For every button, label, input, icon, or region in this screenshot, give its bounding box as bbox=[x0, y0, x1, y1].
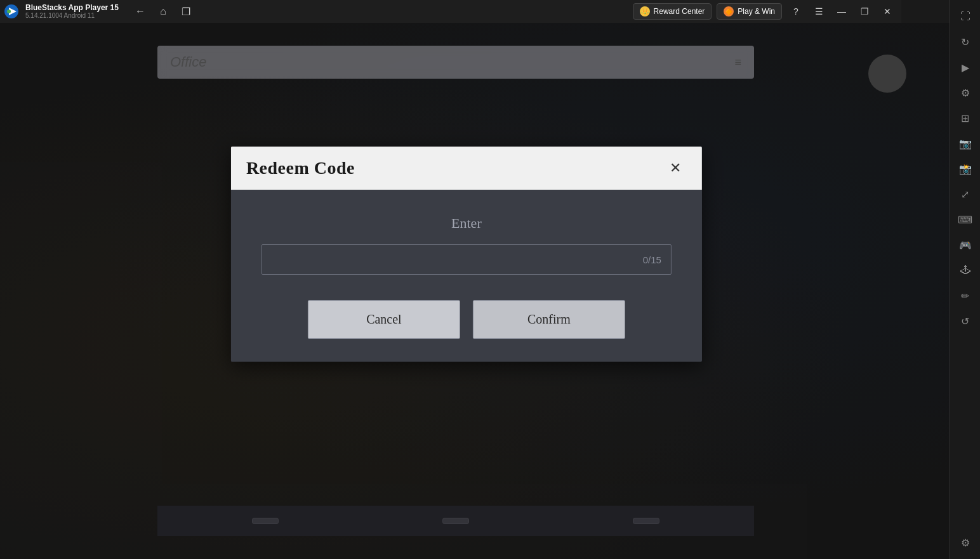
dialog-buttons: Cancel Confirm bbox=[262, 300, 672, 339]
back-button[interactable]: ← bbox=[131, 3, 149, 20]
maximize-button[interactable]: ❐ bbox=[856, 3, 873, 20]
dialog-input-wrapper: 0/15 bbox=[262, 244, 672, 275]
eraser-icon[interactable]: ✏ bbox=[954, 284, 977, 307]
app-info: BlueStacks App Player 15 5.14.21.1004 An… bbox=[25, 3, 119, 20]
confirm-button[interactable]: Confirm bbox=[473, 300, 625, 339]
rotate-icon[interactable]: ↻ bbox=[954, 30, 977, 53]
dialog-body: Enter 0/15 Cancel Confirm bbox=[231, 190, 702, 362]
dialog-title: Redeem Code bbox=[246, 158, 355, 178]
titlebar: BlueStacks App Player 15 5.14.21.1004 An… bbox=[0, 0, 901, 23]
titlebar-nav: ← ⌂ ❐ bbox=[131, 3, 195, 20]
joystick-icon[interactable]: 🕹 bbox=[954, 259, 977, 282]
minimize-button[interactable]: — bbox=[833, 3, 851, 20]
dialog-enter-label: Enter bbox=[262, 215, 672, 232]
app-name: BlueStacks App Player 15 bbox=[25, 3, 119, 12]
camera-icon[interactable]: 📷 bbox=[954, 132, 977, 155]
play-win-label: Play & Win bbox=[738, 7, 775, 16]
svg-point-2 bbox=[7, 10, 11, 13]
video-icon[interactable]: ▶ bbox=[954, 56, 977, 79]
titlebar-right: 👑 Reward Center 🔶 Play & Win ? ☰ — ❐ ✕ bbox=[633, 3, 896, 20]
keyboard-icon[interactable]: ⌨ bbox=[954, 208, 977, 231]
reward-center-label: Reward Center bbox=[654, 7, 705, 16]
redeem-code-dialog: Redeem Code ✕ Enter 0/15 Cancel Confirm bbox=[231, 147, 702, 362]
play-win-icon: 🔶 bbox=[724, 6, 734, 16]
settings-icon[interactable]: ⚙ bbox=[954, 531, 977, 554]
resize-icon[interactable]: ⤢ bbox=[954, 183, 977, 206]
menu-button[interactable]: ☰ bbox=[810, 3, 828, 20]
grid-icon[interactable]: ⊞ bbox=[954, 107, 977, 129]
gamepad-icon[interactable]: 🎮 bbox=[954, 233, 977, 256]
right-sidebar: ⛶ ↻ ▶ ⚙ ⊞ 📷 📸 ⤢ ⌨ 🎮 🕹 ✏ ↺ ⚙ bbox=[950, 0, 980, 559]
screenshot-icon[interactable]: 📸 bbox=[954, 157, 977, 180]
app-version: 5.14.21.1004 Android 11 bbox=[25, 12, 119, 20]
dialog-close-button[interactable]: ✕ bbox=[664, 157, 687, 180]
help-button[interactable]: ? bbox=[787, 3, 805, 20]
dialog-header: Redeem Code ✕ bbox=[231, 147, 702, 190]
refresh-icon[interactable]: ↺ bbox=[954, 310, 977, 332]
redeem-code-input[interactable] bbox=[262, 244, 672, 275]
home-button[interactable]: ⌂ bbox=[154, 3, 172, 20]
bluestacks-logo bbox=[0, 0, 23, 23]
reward-icon: 👑 bbox=[640, 6, 650, 16]
copy-button[interactable]: ❐ bbox=[177, 3, 195, 20]
close-button[interactable]: ✕ bbox=[878, 3, 896, 20]
expand-icon[interactable]: ⛶ bbox=[954, 5, 977, 28]
settings2-icon[interactable]: ⚙ bbox=[954, 81, 977, 104]
cancel-button[interactable]: Cancel bbox=[308, 300, 460, 339]
reward-center-button[interactable]: 👑 Reward Center bbox=[633, 3, 712, 20]
play-win-button[interactable]: 🔶 Play & Win bbox=[717, 3, 782, 20]
